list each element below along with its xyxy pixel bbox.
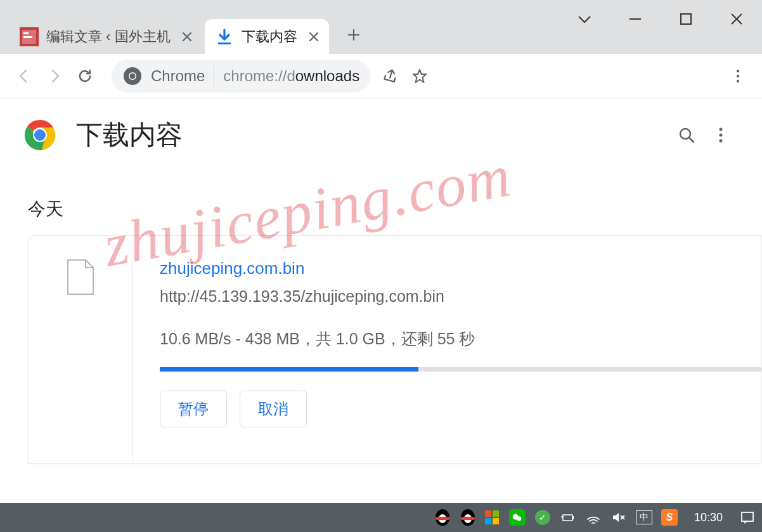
taskbar-clock[interactable]: 10:30 bbox=[694, 511, 723, 524]
tab-title: 编辑文章 ‹ 国外主机 bbox=[46, 27, 171, 46]
qq-icon[interactable] bbox=[433, 509, 449, 526]
downloads-page: zhujiceping.com 下载内容 今天 bbox=[0, 98, 762, 503]
svg-point-14 bbox=[34, 129, 46, 141]
status-ok-icon[interactable]: ✓ bbox=[534, 509, 551, 526]
bookmark-icon[interactable] bbox=[405, 61, 434, 91]
search-icon[interactable] bbox=[669, 118, 704, 152]
new-tab-button[interactable] bbox=[338, 19, 370, 51]
address-actions bbox=[376, 61, 434, 91]
download-icon-area bbox=[29, 236, 133, 463]
minimize-button[interactable] bbox=[610, 0, 661, 38]
svg-rect-22 bbox=[572, 516, 574, 519]
tab-title: 下载内容 bbox=[242, 27, 297, 46]
download-tab-icon bbox=[215, 27, 234, 46]
page-menu-icon[interactable] bbox=[704, 118, 738, 152]
address-label: Chrome bbox=[151, 67, 205, 85]
account-chevron-icon[interactable] bbox=[559, 0, 610, 38]
svg-point-17 bbox=[720, 134, 723, 137]
svg-point-11 bbox=[737, 79, 739, 82]
svg-rect-3 bbox=[23, 36, 32, 38]
address-url-prefix: chrome://d bbox=[223, 67, 295, 85]
notifications-icon[interactable] bbox=[739, 509, 756, 526]
address-bar[interactable]: Chrome chrome://downloads bbox=[112, 60, 371, 93]
maximize-button[interactable] bbox=[661, 0, 711, 38]
svg-point-18 bbox=[720, 139, 723, 143]
tab-close-icon[interactable] bbox=[179, 29, 195, 44]
address-separator bbox=[214, 66, 214, 86]
cancel-button[interactable]: 取消 bbox=[240, 391, 307, 427]
page-title: 下载内容 bbox=[76, 117, 669, 153]
share-icon[interactable] bbox=[376, 61, 405, 91]
wechat-icon[interactable] bbox=[509, 509, 526, 526]
chrome-site-icon bbox=[123, 67, 142, 86]
battery-icon[interactable] bbox=[560, 509, 576, 526]
download-status: 10.6 MB/s - 438 MB，共 1.0 GB，还剩 55 秒 bbox=[160, 328, 761, 349]
grid-app-icon[interactable] bbox=[484, 509, 500, 526]
svg-rect-2 bbox=[23, 32, 29, 34]
system-tray: ✓ 中 S 10:30 bbox=[433, 509, 756, 526]
svg-point-9 bbox=[737, 69, 739, 72]
navbar: Chrome chrome://downloads bbox=[0, 54, 762, 98]
download-url: http://45.139.193.35/zhujiceping.com.bin bbox=[160, 287, 761, 306]
browser-menu-icon[interactable] bbox=[723, 61, 753, 91]
tab-favicon-wordpress bbox=[20, 27, 39, 46]
taskbar: ✓ 中 S 10:30 bbox=[0, 503, 762, 532]
tab-active[interactable]: 下载内容 bbox=[205, 19, 329, 54]
tab-strip: 编辑文章 ‹ 国外主机 下载内容 bbox=[0, 0, 370, 54]
chrome-logo-icon bbox=[24, 119, 56, 151]
titlebar: 编辑文章 ‹ 国外主机 下载内容 bbox=[0, 0, 762, 54]
close-window-button[interactable] bbox=[711, 0, 762, 38]
sogou-ime-icon[interactable]: S bbox=[661, 509, 678, 526]
tab-inactive[interactable]: 编辑文章 ‹ 国外主机 bbox=[10, 19, 202, 54]
svg-rect-5 bbox=[681, 14, 691, 24]
download-progress-track bbox=[160, 367, 761, 372]
download-filename[interactable]: zhujiceping.com.bin bbox=[160, 259, 761, 278]
download-details: zhujiceping.com.bin http://45.139.193.35… bbox=[133, 236, 761, 463]
address-url-suffix: ownloads bbox=[295, 67, 359, 85]
download-card: zhujiceping.com.bin http://45.139.193.35… bbox=[28, 235, 762, 464]
svg-point-8 bbox=[130, 73, 136, 79]
svg-rect-4 bbox=[218, 42, 231, 44]
download-progress-bar bbox=[160, 367, 418, 372]
reload-button[interactable] bbox=[70, 61, 100, 91]
ime-indicator[interactable]: 中 bbox=[636, 509, 652, 526]
file-icon bbox=[65, 259, 96, 295]
svg-point-20 bbox=[517, 516, 521, 521]
svg-point-10 bbox=[737, 74, 739, 77]
qq-icon-2[interactable] bbox=[458, 509, 475, 526]
svg-rect-21 bbox=[563, 515, 572, 521]
page-header: 下载内容 bbox=[0, 98, 762, 159]
forward-button[interactable] bbox=[39, 61, 70, 91]
tab-close-icon[interactable] bbox=[306, 29, 321, 44]
section-today: 今天 bbox=[0, 159, 762, 235]
svg-point-16 bbox=[720, 128, 723, 131]
window-controls bbox=[559, 0, 762, 38]
wifi-icon[interactable] bbox=[585, 509, 602, 526]
svg-rect-23 bbox=[742, 512, 753, 521]
volume-muted-icon[interactable] bbox=[610, 509, 627, 526]
pause-button[interactable]: 暂停 bbox=[160, 391, 227, 427]
back-button[interactable] bbox=[9, 61, 39, 91]
